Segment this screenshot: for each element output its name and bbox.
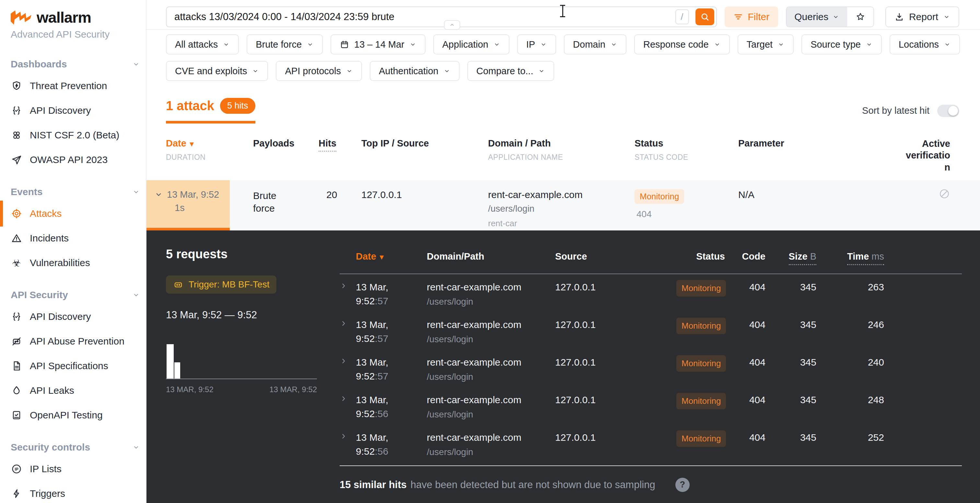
requests-count-title: 5 requests <box>166 247 317 261</box>
request-row[interactable]: 13 Mar,9:52:57 rent-car-example.com/user… <box>340 312 962 349</box>
chip-authentication[interactable]: Authentication <box>370 61 460 81</box>
sidebar-item-ip-lists[interactable]: IP IP Lists <box>11 457 146 481</box>
chip-api-protocols[interactable]: API protocols <box>276 61 362 81</box>
chip-date-range[interactable]: 13 – 14 Mar <box>331 34 425 54</box>
sidebar-item-api-abuse-prevention[interactable]: API Abuse Prevention <box>11 329 146 353</box>
sidebar-item-triggers[interactable]: Triggers <box>11 481 146 503</box>
column-header-hits[interactable]: Hits <box>318 138 354 173</box>
chevron-down-icon <box>132 443 140 451</box>
sidebar-item-api-discovery[interactable]: API Discovery <box>11 98 146 123</box>
request-domain: rent-car-example.com/users/login <box>427 430 555 462</box>
sort-toggle[interactable] <box>937 105 959 117</box>
trigger-label: Trigger: MB BF-Test <box>189 279 269 290</box>
report-button[interactable]: Report <box>885 6 959 27</box>
chip-brute-force[interactable]: Brute force <box>247 34 323 54</box>
braces-check-icon <box>11 311 22 323</box>
section-dashboards[interactable]: Dashboards <box>11 59 146 70</box>
chevron-down-icon <box>943 13 950 21</box>
favorite-query-button[interactable] <box>847 7 873 27</box>
chevron-down-icon <box>493 41 500 48</box>
help-icon[interactable]: ? <box>675 478 690 492</box>
target-icon <box>11 208 22 220</box>
req-column-source: Source <box>555 251 676 265</box>
section-events[interactable]: Events <box>11 186 146 197</box>
request-time: 240 <box>816 355 884 387</box>
request-code: 404 <box>725 393 765 425</box>
sidebar-item-incidents[interactable]: Incidents <box>11 226 146 250</box>
request-status: Monitoring <box>676 393 725 425</box>
queries-button[interactable]: Queries <box>786 7 847 27</box>
column-header-date[interactable]: Date▼DURATION <box>146 138 230 173</box>
column-header-parameter: Parameter <box>738 138 905 173</box>
chevron-down-icon <box>778 41 784 48</box>
request-domain: rent-car-example.com/users/login <box>427 318 555 349</box>
sidebar-item-openapi-testing[interactable]: OpenAPI Testing <box>11 403 146 428</box>
request-row[interactable]: 13 Mar,9:52:56 rent-car-example.com/user… <box>340 387 962 425</box>
sidebar-item-label: API Specifications <box>30 360 108 371</box>
request-date: 13 Mar,9:52:56 <box>356 393 427 425</box>
chip-response-code[interactable]: Response code <box>634 34 730 54</box>
attack-domain: rent-car-example.com <box>488 189 634 200</box>
chart-x-labels: 13 MAR, 9:52 13 MAR, 9:52 <box>166 385 317 394</box>
request-size: 345 <box>765 355 816 387</box>
sidebar-item-owasp-api[interactable]: OWASP API 2023 <box>11 148 146 172</box>
attack-row[interactable]: 13 Mar, 9:52 1s Brute force 20 127.0.0.1… <box>146 180 980 231</box>
sampling-note: 15 similar hitshave been detected but ar… <box>340 478 962 492</box>
request-row[interactable]: 13 Mar,9:52:57 rent-car-example.com/user… <box>340 349 962 387</box>
chip-target[interactable]: Target <box>738 34 794 54</box>
section-security-controls[interactable]: Security controls <box>11 442 146 453</box>
chart-x-label-start: 13 MAR, 9:52 <box>166 385 213 394</box>
sidebar-item-nist-csf[interactable]: NIST CSF 2.0 (Beta) <box>11 123 146 148</box>
chevron-down-icon <box>307 41 314 48</box>
section-label: Dashboards <box>11 59 67 70</box>
req-column-size[interactable]: Size B <box>765 251 816 265</box>
request-row[interactable]: 13 Mar,9:52:57 rent-car-example.com/user… <box>340 274 962 312</box>
sidebar-item-attacks[interactable]: Attacks <box>11 201 146 226</box>
status-badge: Monitoring <box>635 189 684 204</box>
trigger-chip[interactable]: Trigger: MB BF-Test <box>166 275 277 294</box>
collapse-search-handle[interactable] <box>444 20 460 30</box>
attack-path: /users/login <box>488 204 634 214</box>
hits-badge: 5 hits <box>220 98 255 114</box>
queries-group: Queries <box>786 6 874 27</box>
sidebar-item-api-specifications[interactable]: API Specifications <box>11 353 146 378</box>
prohibition-icon <box>939 188 950 200</box>
sidebar-item-label: NIST CSF 2.0 (Beta) <box>30 130 119 141</box>
chip-all-attacks[interactable]: All attacks <box>166 34 239 54</box>
request-row[interactable]: 13 Mar,9:52:56 rent-car-example.com/user… <box>340 425 962 462</box>
attacks-table-header: Date▼DURATION Payloads Hits Top IP / Sou… <box>146 138 980 180</box>
requests-table: Date▼ Domain/Path Source Status Code Siz… <box>340 247 962 503</box>
sidebar-item-api-leaks[interactable]: API Leaks <box>11 378 146 403</box>
chip-compare-to[interactable]: Compare to... <box>467 61 555 81</box>
summary-row: 1 attack 5 hits Sort by latest hit <box>146 98 980 124</box>
search-button[interactable] <box>695 8 714 25</box>
sidebar-nav: Dashboards Threat Prevention API Discove… <box>11 47 146 503</box>
section-api-security[interactable]: API Security <box>11 290 146 301</box>
attack-date-cell[interactable]: 13 Mar, 9:52 1s <box>146 180 230 231</box>
request-code: 404 <box>725 430 765 462</box>
requests-table-header: Date▼ Domain/Path Source Status Code Siz… <box>340 247 962 274</box>
req-column-date[interactable]: Date▼ <box>356 251 427 265</box>
attack-date: 13 Mar, 9:52 <box>167 189 219 200</box>
lightning-icon <box>11 488 22 500</box>
column-header-status: StatusSTATUS CODE <box>634 138 738 173</box>
chip-ip[interactable]: IP <box>517 34 556 54</box>
sidebar-item-vulnerabilities[interactable]: ☣ Vulnerabilities <box>11 250 146 275</box>
req-column-time[interactable]: Time ms <box>816 251 884 265</box>
chip-application[interactable]: Application <box>433 34 509 54</box>
column-subheader-status-code: STATUS CODE <box>635 153 738 162</box>
chip-locations[interactable]: Locations <box>889 34 960 54</box>
brand-subtitle: Advanced API Security <box>11 29 146 40</box>
filter-chips-row-2: CVE and exploits API protocols Authentic… <box>146 61 980 81</box>
chip-cve-exploits[interactable]: CVE and exploits <box>166 61 268 81</box>
filter-button[interactable]: Filter <box>725 6 778 27</box>
column-header-payloads: Payloads <box>230 138 318 173</box>
chip-domain[interactable]: Domain <box>564 34 627 54</box>
sort-desc-icon: ▼ <box>188 140 196 148</box>
attacks-count-tab[interactable]: 1 attack 5 hits <box>166 98 255 124</box>
sidebar-item-threat-prevention[interactable]: Threat Prevention <box>11 73 146 98</box>
chevron-down-icon <box>132 291 140 299</box>
chip-source-type[interactable]: Source type <box>802 34 882 54</box>
search-input[interactable]: attacks 13/03/2024 0:00 - 14/03/2024 23:… <box>166 6 717 27</box>
sidebar-item-api-discovery-2[interactable]: API Discovery <box>11 304 146 329</box>
